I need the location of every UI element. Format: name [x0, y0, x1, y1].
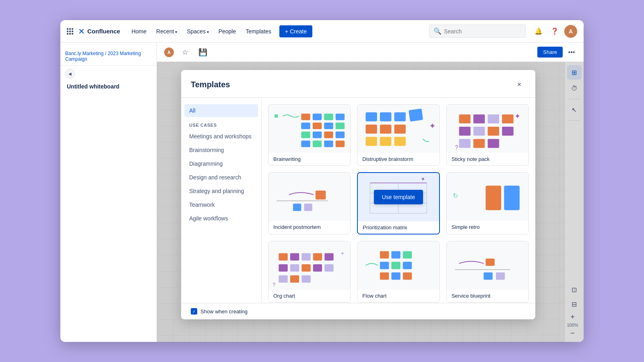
svg-rect-20 [409, 109, 423, 122]
page-topbar: A ☆ 💾 Share ••• [157, 43, 584, 62]
svg-rect-58 [290, 253, 299, 261]
show-when-creating-label[interactable]: Show when creating [200, 309, 248, 315]
svg-rect-33 [459, 127, 470, 136]
svg-rect-26 [394, 137, 406, 146]
svg-rect-38 [473, 139, 485, 148]
search-icon: 🔍 [433, 27, 442, 35]
dialog-header: Templates × [181, 70, 535, 98]
template-card-org-chart[interactable]: ✦ [268, 241, 351, 302]
template-thumb-sticky: ✦ [447, 105, 528, 153]
svg-rect-57 [279, 253, 287, 261]
svg-rect-23 [394, 125, 406, 134]
page-area: Banc.ly Marketing / 2023 Marketing Campa… [60, 43, 584, 342]
nav-recent[interactable]: Recent [153, 26, 180, 37]
share-button[interactable]: Share [537, 47, 563, 58]
template-label-org-chart: Org chart [268, 290, 350, 302]
sidebar-item-brainstorming[interactable]: Brainstorming [184, 144, 258, 156]
svg-rect-36 [502, 127, 513, 136]
sidebar-toggle-button[interactable]: ◀ [65, 69, 75, 78]
svg-rect-10 [313, 132, 322, 138]
star-icon[interactable]: ☆ [178, 46, 192, 59]
svg-rect-43 [293, 204, 301, 211]
more-options-button[interactable]: ••• [566, 47, 577, 58]
svg-rect-3 [324, 113, 333, 120]
svg-rect-21 [366, 125, 377, 134]
svg-rect-12 [336, 132, 345, 138]
svg-rect-55 [504, 186, 520, 210]
svg-rect-17 [366, 112, 377, 121]
svg-rect-44 [304, 204, 312, 211]
template-thumb-prioritization: ✦ Use template [358, 173, 439, 221]
user-avatar[interactable]: A [564, 25, 577, 38]
template-card-simple-retro[interactable]: ↻ Simple retro [446, 172, 529, 234]
template-card-incident[interactable]: Incident postmortem [268, 172, 351, 234]
confluence-logo[interactable]: ✕ Confluence [78, 27, 120, 36]
sidebar-item-diagramming[interactable]: Diagramming [184, 157, 258, 170]
sidebar-item-meetings[interactable]: Meetings and workshops [184, 130, 258, 143]
template-label-brainwriting: Brainwriting [268, 153, 350, 165]
svg-rect-11 [324, 132, 333, 138]
template-label-simple-retro: Simple retro [447, 221, 528, 233]
nav-people[interactable]: People [215, 26, 239, 37]
svg-rect-60 [313, 253, 322, 261]
nav-spaces[interactable]: Spaces [184, 26, 212, 37]
left-sidebar: Banc.ly Marketing / 2023 Marketing Campa… [60, 43, 157, 342]
dialog-body: All USE CASES Meetings and workshops Bra… [181, 98, 535, 303]
template-card-prioritization[interactable]: ✦ Use template Prioritization matrix [357, 172, 440, 234]
dialog-footer: ✓ Show when creating [181, 303, 535, 319]
sidebar-item-agile[interactable]: Agile workflows [184, 212, 258, 225]
dialog-close-button[interactable]: × [513, 78, 526, 91]
svg-rect-69 [301, 275, 310, 282]
templates-dialog: Templates × All USE CASES Meetings and w… [181, 70, 535, 319]
svg-rect-4 [336, 113, 345, 120]
template-card-flow-chart[interactable]: Flow chart [357, 241, 440, 302]
svg-rect-78 [392, 272, 400, 280]
template-thumb-distruptive: ✦ [357, 105, 439, 153]
template-card-service-blueprint[interactable]: Service blueprint [446, 241, 529, 302]
notifications-icon[interactable]: 🔔 [532, 25, 545, 38]
svg-rect-16 [336, 140, 345, 147]
svg-rect-24 [366, 137, 377, 146]
template-card-distruptive[interactable]: ✦ Distruptive brainstorm [357, 104, 440, 166]
svg-text:✦: ✦ [514, 112, 520, 120]
svg-text:↻: ↻ [453, 192, 458, 199]
template-thumb-service-blueprint [447, 241, 528, 290]
sidebar-item-strategy[interactable]: Strategy and planning [184, 185, 258, 197]
svg-rect-39 [487, 139, 499, 148]
svg-rect-72 [392, 251, 400, 258]
svg-rect-8 [336, 123, 345, 129]
breadcrumb-part1[interactable]: Banc.ly Marketing [65, 51, 103, 56]
svg-rect-68 [290, 275, 299, 282]
template-label-service-blueprint: Service blueprint [447, 290, 528, 302]
create-button[interactable]: + Create [279, 25, 312, 37]
help-icon[interactable]: ❓ [548, 25, 561, 38]
svg-rect-14 [313, 140, 322, 147]
template-label-distruptive: Distruptive brainstorm [357, 153, 439, 165]
svg-rect-80 [485, 259, 494, 266]
template-thumb-incident [268, 173, 350, 221]
svg-rect-15 [324, 140, 333, 147]
show-when-creating-checkbox[interactable]: ✓ [191, 308, 197, 315]
save-icon[interactable]: 💾 [196, 46, 210, 59]
nav-icon-group: 🔔 ❓ A [532, 25, 577, 38]
svg-rect-65 [313, 264, 322, 272]
template-label-prioritization: Prioritization matrix [358, 221, 439, 234]
template-thumb-flow-chart [357, 241, 439, 290]
sidebar-item-design[interactable]: Design and research [184, 171, 258, 184]
nav-templates[interactable]: Templates [242, 26, 275, 37]
svg-rect-62 [279, 264, 287, 272]
svg-rect-66 [324, 264, 333, 272]
search-input[interactable] [444, 28, 521, 35]
templates-grid-area: Brainwriting [262, 98, 535, 303]
search-box[interactable]: 🔍 [429, 25, 526, 38]
svg-rect-77 [380, 272, 389, 280]
svg-text:✦: ✦ [429, 121, 436, 130]
svg-text:?: ? [455, 144, 458, 150]
sidebar-item-teamwork[interactable]: Teamwork [184, 198, 258, 211]
use-template-button[interactable]: Use template [374, 190, 423, 204]
template-card-sticky[interactable]: ✦ [446, 104, 529, 166]
sidebar-item-all[interactable]: All [184, 104, 258, 117]
template-card-brainwriting[interactable]: Brainwriting [268, 104, 351, 166]
grid-menu-icon[interactable] [67, 28, 73, 35]
nav-home[interactable]: Home [128, 26, 150, 37]
